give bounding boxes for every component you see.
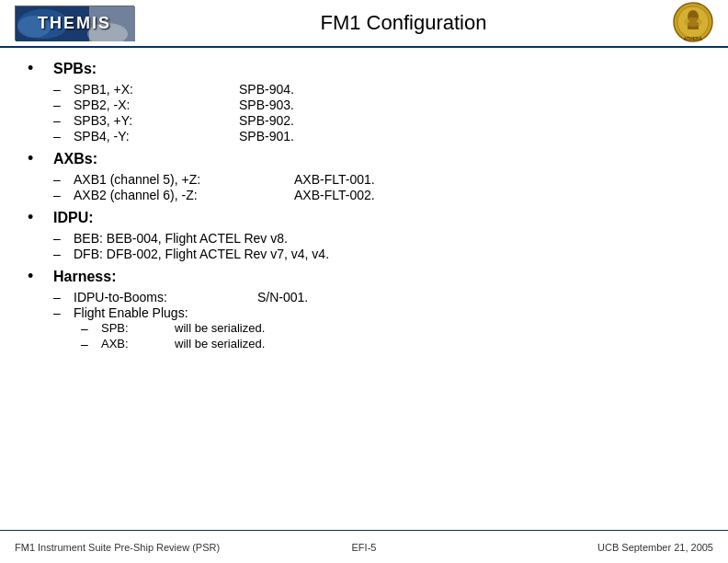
dash-icon: – [81,321,92,336]
axbs-items: – AXB1 (channel 5), +Z: AXB-FLT-001. – A… [53,172,700,202]
harness-items: – IDPU-to-Booms: S/N-001. – Flight Enabl… [53,290,700,351]
item-label: DFB: DFB-002, Flight ACTEL Rev v7, v4, v… [74,247,329,261]
idpu-label: IDPU: [53,210,94,226]
bullet-dot: • [28,267,40,286]
dash-icon: – [53,290,64,304]
dash-icon: – [53,188,64,202]
axbs-label: AXBs: [53,151,97,167]
item-label: SPB2, -X: [74,98,221,112]
item-value: AXB-FLT-002. [294,188,375,202]
axbs-header: • AXBs: [28,151,700,168]
main-content: • SPBs: – SPB1, +X: SPB-904. – SPB2, -X:… [0,48,728,530]
logo-text: THEMIS [38,14,111,33]
list-item: – AXB: will be serialized. [81,337,700,351]
axbs-section: • AXBs: – AXB1 (channel 5), +Z: AXB-FLT-… [28,151,700,202]
item-label: AXB2 (channel 6), -Z: [74,188,276,202]
list-item: – SPB2, -X: SPB-903. [53,98,700,112]
dash-icon: – [53,231,64,246]
item-label: AXB: [101,337,156,350]
item-value: S/N-001. [257,290,308,304]
item-label: AXB1 (channel 5), +Z: [74,172,276,187]
item-value: SPB-903. [239,98,294,112]
idpu-header: • IDPU: [28,210,700,227]
dash-icon: – [53,113,64,128]
idpu-items: – BEB: BEB-004, Flight ACTEL Rev v8. – D… [53,231,700,261]
item-label: SPB3, +Y: [74,113,221,128]
list-item: – IDPU-to-Booms: S/N-001. [53,290,700,304]
item-label: SPB1, +X: [74,82,221,97]
list-item: – AXB1 (channel 5), +Z: AXB-FLT-001. [53,172,700,187]
footer-center: EFI-5 [247,542,480,553]
footer-left: FM1 Instrument Suite Pre-Ship Review (PS… [15,542,247,553]
spbs-header: • SPBs: [28,61,700,78]
svg-text:ATHENA: ATHENA [684,36,703,41]
svg-point-9 [684,17,702,27]
list-item: – BEB: BEB-004, Flight ACTEL Rev v8. [53,231,700,246]
bullet-dot: • [28,208,40,227]
spbs-label: SPBs: [53,61,97,77]
item-label: BEB: BEB-004, Flight ACTEL Rev v8. [74,231,288,246]
item-value: AXB-FLT-001. [294,172,375,187]
dash-icon: – [53,82,64,97]
bullet-dot: • [28,59,40,78]
spbs-items: – SPB1, +X: SPB-904. – SPB2, -X: SPB-903… [53,82,700,144]
themis-logo: THEMIS [15,6,134,40]
item-label: IDPU-to-Booms: [74,290,239,304]
harness-section: • Harness: – IDPU-to-Booms: S/N-001. – F… [28,269,700,351]
dash-icon: – [53,98,64,112]
list-item: – SPB4, -Y: SPB-901. [53,129,700,144]
idpu-section: • IDPU: – BEB: BEB-004, Flight ACTEL Rev… [28,210,700,261]
list-item: – Flight Enable Plugs: [53,305,700,320]
dash-icon: – [53,129,64,144]
dash-icon: – [81,337,92,351]
list-item: – SPB1, +X: SPB-904. [53,82,700,97]
item-value: will be serialized. [175,321,265,335]
harness-label: Harness: [53,269,116,285]
list-item: – SPB: will be serialized. [81,321,700,336]
item-label: Flight Enable Plugs: [74,305,188,320]
flight-plugs-items: – SPB: will be serialized. – AXB: will b… [81,321,700,351]
footer-right: UCB September 21, 2005 [481,542,713,553]
spbs-section: • SPBs: – SPB1, +X: SPB-904. – SPB2, -X:… [28,61,700,144]
dash-icon: – [53,172,64,187]
header: THEMIS FM1 Configuration ATHENA [0,0,728,48]
page-title: FM1 Configuration [134,11,673,35]
harness-header: • Harness: [28,269,700,286]
dash-icon: – [53,247,64,261]
list-item: – SPB3, +Y: SPB-902. [53,113,700,128]
item-label: SPB4, -Y: [74,129,221,144]
list-item: – DFB: DFB-002, Flight ACTEL Rev v7, v4,… [53,247,700,261]
dash-icon: – [53,305,64,320]
footer: FM1 Instrument Suite Pre-Ship Review (PS… [0,530,728,563]
item-value: SPB-901. [239,129,294,144]
item-label: SPB: [101,321,156,335]
bullet-dot: • [28,149,40,168]
item-value: will be serialized. [175,337,265,350]
athena-logo: ATHENA [673,2,713,45]
list-item: – AXB2 (channel 6), -Z: AXB-FLT-002. [53,188,700,202]
item-value: SPB-902. [239,113,294,128]
logo-area: THEMIS [15,6,134,40]
item-value: SPB-904. [239,82,294,97]
